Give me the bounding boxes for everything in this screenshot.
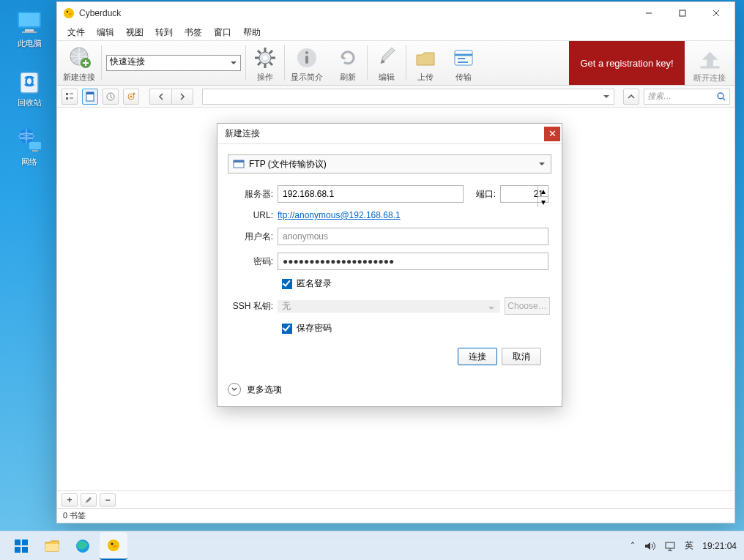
tb-edge[interactable] [69,532,97,560]
menu-window[interactable]: 窗口 [208,25,237,40]
pb-bookmark-icon[interactable] [82,89,98,105]
desktop-label: 网络 [21,157,37,168]
dialog-titlebar[interactable]: 新建连接 ✕ [217,124,562,144]
window-title: Cyberduck [79,8,121,18]
svg-rect-54 [45,544,59,551]
svg-rect-4 [21,72,38,93]
tray-network-icon[interactable] [664,540,676,552]
server-label: 服务器: [228,188,278,201]
svg-rect-49 [234,160,244,163]
tray-volume-icon[interactable] [644,540,655,552]
tb-refresh[interactable]: 刷新 [329,41,367,85]
close-button[interactable] [699,2,733,24]
tb-cyberduck[interactable] [100,532,127,560]
svg-point-29 [305,51,308,54]
pb-outline-icon[interactable] [62,89,78,105]
titlebar[interactable]: Cyberduck [57,2,734,24]
cyberduck-window: Cyberduck 文件 编辑 视图 转到 书签 窗口 帮助 新建连接 快速连接… [56,1,735,523]
new-connection-dialog: 新建连接 ✕ FTP (文件传输协议) 服务器: 端口: ▴▾ URL: ftp… [217,123,562,407]
ftp-icon [233,158,245,170]
taskbar[interactable]: ˄ 英 19:21:04 [0,531,744,560]
svg-line-47 [723,98,725,100]
tb-transfer[interactable]: 传输 [444,41,483,85]
svg-line-26 [269,51,272,53]
desktop-label: 此电脑 [18,38,42,49]
svg-rect-7 [29,142,41,149]
url-label: URL: [228,210,278,220]
search-input[interactable]: 搜索… [644,89,730,105]
quick-connect-select[interactable]: 快速连接 [106,55,241,71]
svg-rect-2 [25,29,34,31]
svg-point-19 [263,56,267,60]
svg-point-45 [133,92,135,94]
pb-history-icon[interactable] [103,89,119,105]
nav-back[interactable] [149,89,171,105]
tb-action[interactable]: 操作 [246,41,284,85]
server-input[interactable] [278,185,464,203]
registration-banner[interactable]: Get a registration key! [569,41,685,85]
password-input[interactable] [278,253,548,270]
toolbar: 新建连接 快速连接 操作 显示简介 刷新 编辑 上传 [57,40,734,86]
tray-ime[interactable]: 英 [685,540,693,552]
menu-help[interactable]: 帮助 [237,25,267,40]
pb-bonjour-icon[interactable] [123,89,139,105]
desktop-icon-network[interactable]: 网络 [6,126,53,168]
svg-rect-51 [22,540,28,545]
menu-go[interactable]: 转到 [149,25,179,40]
svg-rect-8 [32,150,38,152]
bb-remove[interactable]: − [100,493,116,507]
menu-file[interactable]: 文件 [62,25,91,40]
cancel-button[interactable]: 取消 [502,348,541,365]
svg-rect-53 [22,547,28,553]
dialog-close-button[interactable]: ✕ [544,127,560,141]
nav-forward[interactable] [171,89,193,105]
save-password-checkbox[interactable] [282,324,292,334]
svg-rect-37 [66,97,68,100]
start-button[interactable] [7,532,35,560]
maximize-button[interactable] [666,2,699,24]
more-options-toggle[interactable] [228,383,241,396]
url-link[interactable]: ftp://anonymous@192.168.68.1 [278,210,401,220]
svg-rect-41 [86,92,94,94]
svg-point-57 [111,542,114,545]
svg-rect-50 [15,540,21,545]
port-label: 端口: [471,188,500,201]
tray-chevron-icon[interactable]: ˄ [630,541,635,551]
connect-button[interactable]: 连接 [458,348,497,365]
svg-point-46 [718,93,723,99]
port-spinner[interactable]: ▴▾ [537,186,548,202]
svg-line-27 [258,62,261,65]
svg-rect-12 [680,10,685,16]
svg-rect-52 [15,547,21,553]
menu-edit[interactable]: 编辑 [91,25,120,40]
bb-add[interactable]: + [62,493,78,507]
tb-explorer[interactable] [38,532,66,560]
pass-label: 密码: [228,255,278,268]
desktop-icon-this-pc[interactable]: 此电脑 [6,7,53,49]
tray-clock[interactable]: 19:21:04 [702,541,737,551]
tb-new-connection[interactable]: 新建连接 [57,41,101,85]
svg-line-25 [269,62,272,65]
anonymous-checkbox[interactable] [282,279,292,289]
path-select[interactable] [202,89,614,105]
svg-rect-30 [305,56,308,64]
search-icon [716,92,726,102]
user-label: 用户名: [228,231,278,243]
tb-disconnect[interactable]: 断开连接 [685,41,734,85]
svg-line-24 [258,51,261,53]
tb-upload[interactable]: 上传 [406,41,444,85]
desktop-label: 回收站 [18,97,42,108]
nav-up[interactable] [623,89,639,105]
tb-info[interactable]: 显示简介 [285,41,329,85]
menu-bookmark[interactable]: 书签 [179,25,208,40]
tb-edit[interactable]: 编辑 [368,41,406,85]
bb-edit[interactable] [81,493,97,507]
desktop-icon-recycle[interactable]: 回收站 [6,67,53,108]
svg-rect-36 [66,93,68,95]
menu-view[interactable]: 视图 [120,25,149,40]
svg-rect-3 [22,31,37,33]
anonymous-label: 匿名登录 [297,277,332,290]
minimize-button[interactable] [632,2,666,24]
protocol-select[interactable]: FTP (文件传输协议) [228,154,551,173]
username-input[interactable] [278,228,548,245]
